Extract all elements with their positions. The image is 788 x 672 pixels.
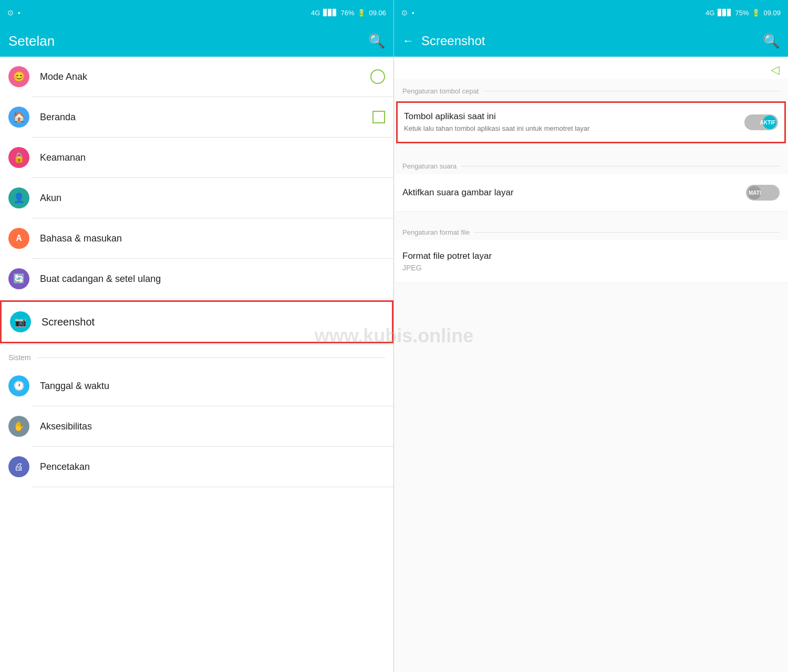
divider-10 (32, 487, 393, 487)
settings-item-beranda[interactable]: 🏠 Beranda (0, 97, 393, 137)
beranda-indicator (372, 111, 385, 123)
settings-item-cadangan[interactable]: 🔄 Buat cadangan & setel ulang (0, 259, 393, 299)
section-sistem: Sistem (0, 345, 393, 366)
tombol-aplikasi-title: Tombol aplikasi saat ini (404, 111, 738, 122)
divider-6 (32, 299, 393, 299)
screenshot-icon: 📷 (10, 311, 31, 332)
left-status-right: 4G ▊▊▊ 76% 🔋 09.06 (311, 9, 386, 17)
spacer-2 (394, 212, 788, 220)
left-status-left: ⊙ ▪ (7, 8, 20, 17)
left-settings-list: 😊 Mode Anak 🏠 Beranda 🔒 Keamanan 👤 Akun (0, 57, 393, 672)
beranda-icon: 🏠 (8, 107, 29, 128)
section-suara-label: Pengaturan suara (394, 154, 788, 174)
cadangan-label: Buat cadangan & setel ulang (40, 274, 161, 285)
signal-bars-left: ▊▊▊ (323, 9, 337, 16)
bbm-icon-right: ▪ (412, 9, 414, 17)
suara-title: Aktifkan suara gambar layar (402, 187, 740, 198)
battery-icon-left: 🔋 (357, 9, 366, 17)
right-status-right: 4G ▊▊▊ 75% 🔋 09.09 (706, 9, 781, 17)
wifi-icon-right: ⊙ (401, 8, 408, 17)
battery-level-left: 76% (340, 9, 354, 17)
suara-row[interactable]: Aktifkan suara gambar layar MATI (394, 174, 788, 212)
akun-label: Akun (40, 193, 61, 204)
wifi-icon-left: ⊙ (7, 8, 14, 17)
aksesibilitas-label: Aksesibilitas (40, 421, 92, 432)
settings-item-bahasa[interactable]: A Bahasa & masukan (0, 218, 393, 258)
square-indicator (372, 111, 385, 123)
circle-indicator (370, 69, 385, 84)
left-search-button[interactable]: 🔍 (368, 33, 385, 49)
keamanan-icon: 🔒 (8, 147, 29, 168)
format-row[interactable]: Format file potret layar JPEG (394, 240, 788, 283)
bahasa-label: Bahasa & masukan (40, 233, 122, 244)
tombol-aplikasi-text: Tombol aplikasi saat ini Ketuk lalu taha… (404, 111, 738, 133)
suara-text: Aktifkan suara gambar layar (402, 187, 740, 198)
tanggal-label: Tanggal & waktu (40, 381, 109, 392)
settings-item-screenshot[interactable]: 📷 Screenshot (0, 300, 393, 343)
screenshot-label: Screenshot (42, 316, 95, 328)
mode-anak-icon: 😊 (8, 66, 29, 87)
signal-bars-right: ▊▊▊ (718, 9, 732, 16)
tombol-aplikasi-subtitle: Ketuk lalu tahan tombol aplikasi saat in… (404, 124, 738, 133)
back-button[interactable]: ← (402, 34, 414, 48)
right-search-button[interactable]: 🔍 (763, 33, 780, 49)
right-app-title: Screenshot (421, 34, 756, 48)
right-app-bar: ← Screenshot 🔍 (394, 25, 788, 57)
keamanan-label: Keamanan (40, 152, 86, 163)
tombol-aplikasi-row[interactable]: Tombol aplikasi saat ini Ketuk lalu taha… (396, 101, 786, 143)
bbm-icon-left: ▪ (18, 9, 20, 17)
toggle-aktif[interactable]: AKTIF (744, 114, 778, 130)
format-value: JPEG (402, 264, 780, 272)
settings-item-mode-anak[interactable]: 😊 Mode Anak (0, 57, 393, 97)
right-status-left: ⊙ ▪ (401, 8, 414, 17)
left-app-bar: Setelan 🔍 (0, 25, 393, 57)
toggle-aktif-label: AKTIF (760, 120, 775, 125)
back-triangle-container: ◁ (394, 57, 788, 79)
battery-level-right: 75% (735, 9, 749, 17)
mode-anak-indicator (370, 69, 385, 84)
aksesibilitas-icon: ✋ (8, 416, 29, 437)
tanggal-icon: 🕐 (8, 375, 29, 396)
beranda-label: Beranda (40, 112, 76, 123)
back-triangle-icon[interactable]: ◁ (771, 63, 780, 77)
right-panel: ⊙ ▪ 4G ▊▊▊ 75% 🔋 09.09 ← Screenshot 🔍 ◁ … (394, 0, 788, 672)
network-label-left: 4G (311, 9, 320, 17)
settings-item-akun[interactable]: 👤 Akun (0, 178, 393, 218)
pencetakan-label: Pencetakan (40, 461, 90, 472)
toggle-mati-label: MATI (749, 190, 761, 196)
bahasa-icon: A (8, 228, 29, 249)
spacer-1 (394, 145, 788, 154)
section-format-label: Pengaturan format file (394, 220, 788, 240)
section-tombol-label: Pengaturan tombol cepat (394, 79, 788, 99)
right-status-bar: ⊙ ▪ 4G ▊▊▊ 75% 🔋 09.09 (394, 0, 788, 25)
screenshot-settings-content: ◁ Pengaturan tombol cepat Tombol aplikas… (394, 57, 788, 672)
settings-item-pencetakan[interactable]: 🖨 Pencetakan (0, 447, 393, 487)
battery-icon-right: 🔋 (752, 9, 760, 17)
cadangan-icon: 🔄 (8, 268, 29, 289)
left-app-title: Setelan (8, 33, 362, 49)
akun-icon: 👤 (8, 187, 29, 208)
settings-item-tanggal[interactable]: 🕐 Tanggal & waktu (0, 366, 393, 406)
settings-item-keamanan[interactable]: 🔒 Keamanan (0, 138, 393, 177)
pencetakan-icon: 🖨 (8, 456, 29, 477)
left-status-bar: ⊙ ▪ 4G ▊▊▊ 76% 🔋 09.06 (0, 0, 393, 25)
mode-anak-label: Mode Anak (40, 71, 87, 82)
time-left: 09.06 (369, 9, 386, 17)
network-label-right: 4G (706, 9, 714, 17)
format-title: Format file potret layar (402, 251, 780, 261)
time-right: 09.09 (763, 9, 781, 17)
toggle-mati[interactable]: MATI (746, 185, 780, 201)
left-panel: ⊙ ▪ 4G ▊▊▊ 76% 🔋 09.06 Setelan 🔍 😊 Mode … (0, 0, 394, 672)
settings-item-aksesibilitas[interactable]: ✋ Aksesibilitas (0, 406, 393, 446)
